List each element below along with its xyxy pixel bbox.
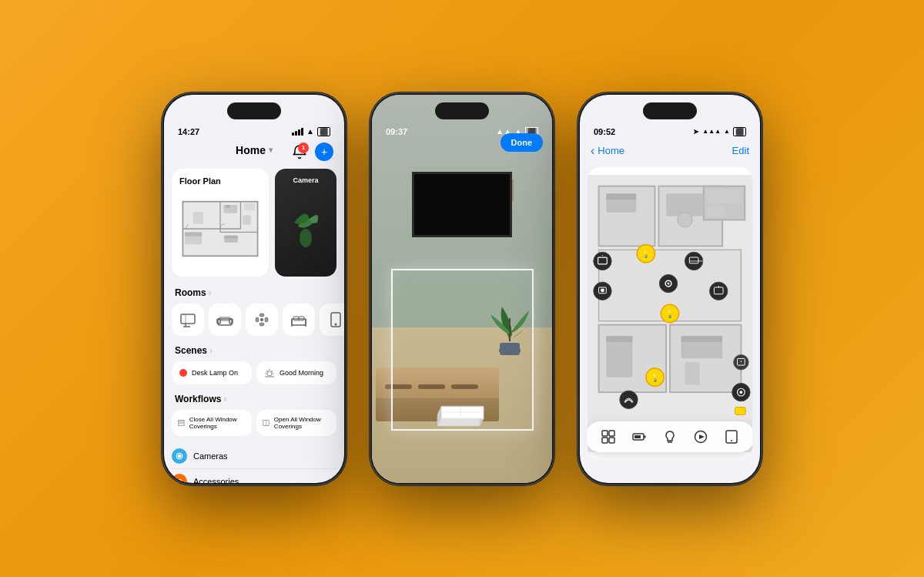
cameras-list-item[interactable]: Cameras (172, 444, 336, 469)
scene-morning-label: Good Morning (280, 369, 323, 377)
workflows-label: Workflows (175, 394, 221, 404)
toolbar-tablet-icon[interactable] (724, 429, 739, 444)
scene-good-morning[interactable]: Good Morning (256, 361, 336, 384)
camera-list-icon (175, 451, 184, 461)
time-2: 09:37 (386, 127, 407, 136)
workflow-open-label: Open All Window Coverings (274, 416, 330, 430)
floor-plan-label: Floor Plan (179, 176, 261, 186)
svg-rect-12 (244, 203, 255, 210)
svg-rect-42 (179, 420, 184, 425)
home-title[interactable]: Home ▾ (236, 144, 273, 156)
workflow-close-label: Close All Window Coverings (189, 416, 246, 430)
camera-label: Camera (293, 176, 318, 184)
svg-rect-8 (185, 232, 202, 236)
svg-point-34 (335, 323, 337, 325)
floor-plan-image (179, 190, 261, 267)
cards-row: Floor Plan (164, 163, 344, 283)
nav-icons: 1 + (292, 143, 333, 161)
edit-button[interactable]: Edit (732, 145, 749, 156)
cameras-label: Cameras (193, 451, 228, 461)
home-label: Home (236, 144, 266, 156)
svg-rect-5 (223, 205, 237, 213)
done-button[interactable]: Done (500, 133, 544, 152)
bottom-list: Cameras Accessories (164, 441, 344, 483)
dynamic-island-1 (227, 102, 281, 119)
phone-2: 09:37 ▲▲ ▲ ⬛ Done (370, 92, 554, 485)
tablet-toolbar-icon (725, 430, 738, 444)
svg-marker-54 (437, 418, 484, 426)
room-item-3[interactable] (246, 304, 278, 336)
toolbar-bulb-icon[interactable] (662, 429, 678, 444)
time-1: 14:27 (178, 127, 199, 136)
svg-rect-110 (602, 438, 608, 443)
svg-point-50 (177, 479, 182, 483)
toolbar-grid-icon[interactable] (601, 429, 616, 444)
svg-line-40 (272, 371, 273, 372)
ar-scene (372, 95, 552, 483)
svg-rect-73 (706, 206, 725, 217)
wifi-icon-3: ▲ (724, 128, 730, 135)
rooms-section-header[interactable]: Rooms › (164, 283, 344, 302)
workflows-section-header[interactable]: Workflows › (164, 389, 344, 408)
window-covering-icon (178, 418, 185, 428)
workflow-close-coverings[interactable]: Close All Window Coverings (172, 410, 252, 436)
floor-plan-card[interactable]: Floor Plan (172, 169, 269, 277)
svg-rect-78 (685, 362, 699, 384)
tv-icon (179, 311, 196, 328)
ar-tv (412, 172, 512, 237)
scene-desk-lamp[interactable]: Desk Lamp On (172, 361, 252, 384)
svg-text:💡: 💡 (665, 308, 675, 318)
toolbar-play-icon[interactable] (693, 429, 708, 444)
scenes-chevron-icon: › (209, 345, 213, 356)
room-item-2[interactable] (209, 304, 241, 336)
camera-icon (172, 448, 187, 464)
accessories-list-item[interactable]: Accessories (172, 469, 336, 483)
svg-point-27 (256, 317, 259, 322)
bed-icon (290, 311, 307, 328)
add-button[interactable]: + (315, 143, 333, 161)
svg-rect-108 (602, 431, 608, 436)
rooms-label: Rooms (175, 287, 206, 298)
room-item-5[interactable] (320, 304, 344, 336)
svg-point-48 (178, 454, 182, 458)
chevron-down-icon: ▾ (269, 146, 273, 154)
lamp-icon (179, 369, 187, 377)
ceiling-fan-icon (253, 311, 270, 328)
sofa-icon (216, 311, 233, 328)
svg-point-25 (265, 317, 268, 322)
location-icon: ➤ (693, 128, 699, 136)
svg-point-71 (678, 212, 692, 226)
dynamic-island-3 (643, 102, 697, 119)
svg-point-26 (259, 323, 264, 326)
camera-card[interactable]: Camera (275, 169, 336, 277)
ar-mini-floorplan (430, 395, 487, 438)
back-button[interactable]: ‹ Home (591, 144, 624, 158)
svg-rect-69 (606, 193, 636, 200)
svg-point-83 (594, 252, 611, 270)
room-item-1[interactable] (172, 304, 204, 336)
battery-icon: ⬛ (317, 127, 330, 136)
play-toolbar-icon (694, 430, 708, 444)
svg-rect-16 (181, 314, 186, 324)
scene-lamp-label: Desk Lamp On (192, 369, 238, 377)
scenes-section-header[interactable]: Scenes › (164, 340, 344, 360)
window-covering-open-icon (263, 418, 270, 428)
svg-point-14 (300, 229, 312, 247)
plus-icon: + (321, 146, 327, 158)
svg-rect-15 (181, 314, 195, 324)
svg-rect-60 (441, 406, 484, 419)
svg-rect-10 (224, 235, 238, 238)
workflows-chevron-icon: › (223, 394, 226, 404)
workflow-open-coverings[interactable]: Open All Window Coverings (256, 410, 336, 436)
notification-bell[interactable]: 1 (292, 144, 307, 159)
accessories-label: Accessories (193, 477, 239, 483)
svg-point-105 (710, 282, 728, 300)
room-item-4[interactable] (283, 304, 315, 336)
sunrise-icon (264, 367, 275, 378)
edit-label: Edit (732, 145, 749, 156)
svg-rect-75 (606, 336, 632, 342)
dynamic-island-2 (435, 102, 489, 119)
svg-rect-11 (193, 211, 203, 223)
svg-rect-114 (634, 435, 641, 438)
toolbar-battery-icon[interactable] (631, 429, 647, 444)
